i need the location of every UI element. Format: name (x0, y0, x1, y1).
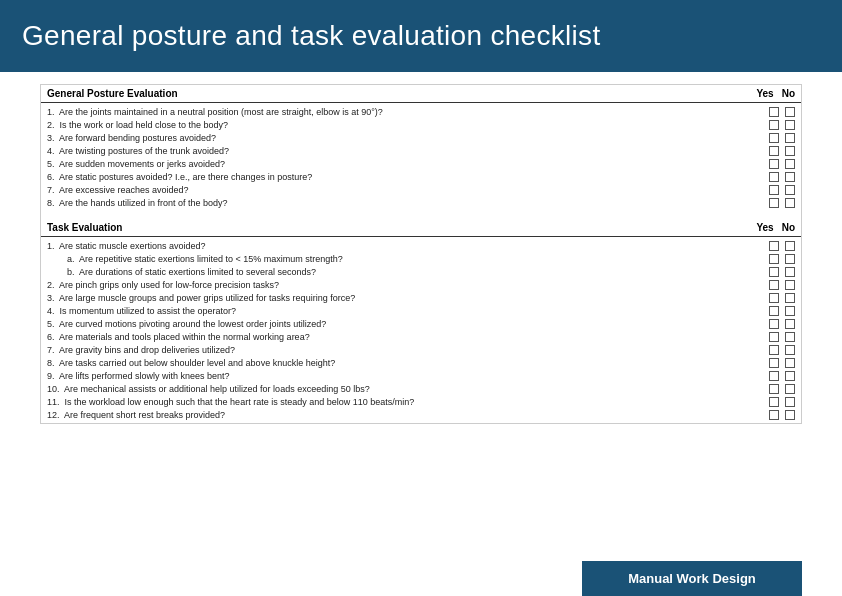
yes-checkbox[interactable] (769, 254, 779, 264)
list-item: 3. Are forward bending postures avoided? (47, 131, 795, 144)
no-checkbox[interactable] (785, 198, 795, 208)
content-area: General Posture Evaluation Yes No 1. Are… (0, 72, 842, 596)
no-checkbox[interactable] (785, 306, 795, 316)
checkboxes (769, 358, 795, 368)
yes-checkbox[interactable] (769, 358, 779, 368)
checkboxes (769, 397, 795, 407)
item-text: 6. Are static postures avoided? I.e., ar… (47, 172, 769, 182)
yes-checkbox[interactable] (769, 319, 779, 329)
yes-checkbox[interactable] (769, 371, 779, 381)
yes-checkbox[interactable] (769, 280, 779, 290)
yes-checkbox[interactable] (769, 410, 779, 420)
yes-checkbox[interactable] (769, 159, 779, 169)
posture-items-list: 1. Are the joints maintained in a neutra… (41, 103, 801, 211)
no-checkbox[interactable] (785, 267, 795, 277)
no-checkbox[interactable] (785, 146, 795, 156)
no-checkbox[interactable] (785, 254, 795, 264)
checkboxes (769, 133, 795, 143)
no-checkbox[interactable] (785, 185, 795, 195)
yes-checkbox[interactable] (769, 172, 779, 182)
footer-label: Manual Work Design (628, 571, 756, 586)
list-item: 7. Are gravity bins and drop deliveries … (47, 343, 795, 356)
checkboxes (769, 198, 795, 208)
yes-checkbox[interactable] (769, 293, 779, 303)
item-text: 11. Is the workload low enough such that… (47, 397, 769, 407)
no-checkbox[interactable] (785, 319, 795, 329)
page-wrapper: General posture and task evaluation chec… (0, 0, 842, 596)
posture-yes-no-header: Yes No (756, 88, 795, 99)
no-checkbox[interactable] (785, 410, 795, 420)
checkboxes (769, 345, 795, 355)
list-item: 7. Are excessive reaches avoided? (47, 183, 795, 196)
item-text: 1. Are static muscle exertions avoided? (47, 241, 769, 251)
yes-checkbox[interactable] (769, 267, 779, 277)
checkboxes (769, 172, 795, 182)
checkboxes (769, 384, 795, 394)
item-text: 9. Are lifts performed slowly with knees… (47, 371, 769, 381)
no-checkbox[interactable] (785, 397, 795, 407)
yes-checkbox[interactable] (769, 241, 779, 251)
checkboxes (769, 185, 795, 195)
no-checkbox[interactable] (785, 120, 795, 130)
no-checkbox[interactable] (785, 384, 795, 394)
item-text: 3. Are forward bending postures avoided? (47, 133, 769, 143)
item-text: 3. Are large muscle groups and power gri… (47, 293, 769, 303)
checkboxes (769, 280, 795, 290)
page-title: General posture and task evaluation chec… (22, 20, 601, 52)
item-text: 4. Are twisting postures of the trunk av… (47, 146, 769, 156)
posture-section-title: General Posture Evaluation (47, 88, 178, 99)
yes-checkbox[interactable] (769, 384, 779, 394)
item-text: 8. Are the hands utilized in front of th… (47, 198, 769, 208)
yes-checkbox[interactable] (769, 185, 779, 195)
header: General posture and task evaluation chec… (0, 0, 842, 72)
checkboxes (769, 241, 795, 251)
list-item: 8. Are the hands utilized in front of th… (47, 196, 795, 209)
item-text: 8. Are tasks carried out below shoulder … (47, 358, 769, 368)
yes-checkbox[interactable] (769, 146, 779, 156)
item-text: b. Are durations of static exertions lim… (47, 267, 769, 277)
list-item: 2. Are pinch grips only used for low-for… (47, 278, 795, 291)
list-item: 1. Are static muscle exertions avoided? (47, 239, 795, 252)
item-text: 12. Are frequent short rest breaks provi… (47, 410, 769, 420)
no-checkbox[interactable] (785, 293, 795, 303)
checklist-container: General Posture Evaluation Yes No 1. Are… (40, 84, 802, 424)
list-item: 6. Are materials and tools placed within… (47, 330, 795, 343)
no-checkbox[interactable] (785, 133, 795, 143)
item-text: a. Are repetitive static exertions limit… (47, 254, 769, 264)
list-item: 1. Are the joints maintained in a neutra… (47, 105, 795, 118)
posture-section-header: General Posture Evaluation Yes No (41, 85, 801, 103)
yes-checkbox[interactable] (769, 120, 779, 130)
no-checkbox[interactable] (785, 172, 795, 182)
no-checkbox[interactable] (785, 332, 795, 342)
list-item: 5. Are sudden movements or jerks avoided… (47, 157, 795, 170)
list-item: 10. Are mechanical assists or additional… (47, 382, 795, 395)
checkboxes (769, 332, 795, 342)
checkboxes (769, 319, 795, 329)
item-text: 6. Are materials and tools placed within… (47, 332, 769, 342)
no-checkbox[interactable] (785, 371, 795, 381)
no-checkbox[interactable] (785, 159, 795, 169)
yes-checkbox[interactable] (769, 345, 779, 355)
no-checkbox[interactable] (785, 345, 795, 355)
checkboxes (769, 306, 795, 316)
yes-checkbox[interactable] (769, 107, 779, 117)
yes-checkbox[interactable] (769, 133, 779, 143)
task-yes-no-header: Yes No (756, 222, 795, 233)
footer-bar: Manual Work Design (582, 561, 802, 596)
list-item: 11. Is the workload low enough such that… (47, 395, 795, 408)
yes-checkbox[interactable] (769, 306, 779, 316)
item-text: 2. Are pinch grips only used for low-for… (47, 280, 769, 290)
checkboxes (769, 159, 795, 169)
no-checkbox[interactable] (785, 107, 795, 117)
posture-no-label: No (782, 88, 795, 99)
no-checkbox[interactable] (785, 280, 795, 290)
no-checkbox[interactable] (785, 241, 795, 251)
list-item: 12. Are frequent short rest breaks provi… (47, 408, 795, 421)
task-yes-label: Yes (756, 222, 773, 233)
yes-checkbox[interactable] (769, 198, 779, 208)
checkboxes (769, 293, 795, 303)
yes-checkbox[interactable] (769, 332, 779, 342)
no-checkbox[interactable] (785, 358, 795, 368)
yes-checkbox[interactable] (769, 397, 779, 407)
checkboxes (769, 254, 795, 264)
